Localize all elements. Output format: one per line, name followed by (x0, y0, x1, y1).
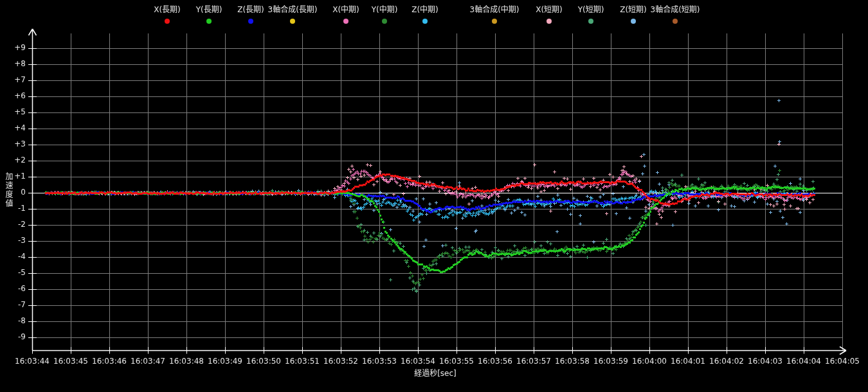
chart-canvas (0, 0, 868, 392)
legend-dot-sum-long (290, 19, 295, 24)
legend-dot-z-mid (422, 19, 428, 24)
legend-label: 3軸合成(短期) (633, 5, 717, 14)
y-axis-title: 加速度値 (3, 172, 14, 208)
legend-dot-sum-short (673, 19, 678, 24)
accelerometer-chart-panel: X(長期)Y(長期)Z(長期)3軸合成(長期)X(中期)Y(中期)Z(中期)3軸… (0, 0, 868, 392)
legend-item-sum-short: 3軸合成(短期) (633, 5, 717, 26)
x-axis-title: 経過秒[sec] (339, 367, 532, 378)
legend-dot-sum-mid (492, 19, 497, 24)
chart-legend: X(長期)Y(長期)Z(長期)3軸合成(長期)X(中期)Y(中期)Z(中期)3軸… (0, 0, 868, 27)
